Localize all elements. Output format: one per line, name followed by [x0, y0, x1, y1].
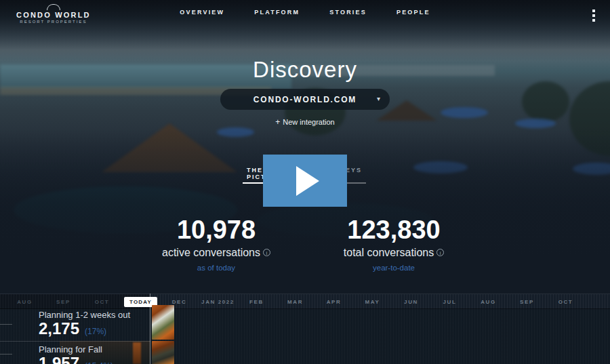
- total-conversations-stat: 123,830 total conversationsi year-to-dat…: [326, 216, 462, 272]
- month-label: AUG: [481, 299, 496, 305]
- today-marker-line: [150, 294, 150, 364]
- active-conversations-sublabel[interactable]: as of today: [148, 264, 284, 272]
- month-label: OCT: [558, 299, 573, 305]
- integration-selector-value: CONDO-WORLD.COM: [253, 95, 357, 104]
- stat-label-text: active conversations: [162, 247, 260, 258]
- active-conversations-label: active conversationsi: [148, 247, 284, 259]
- palm-decor: [522, 81, 569, 122]
- total-conversations-value: 123,830: [326, 216, 462, 245]
- umbrella-decor: [441, 107, 488, 118]
- month-label: JUN: [404, 299, 418, 305]
- page-title: Discovery: [0, 57, 610, 83]
- month-label: APR: [327, 299, 342, 305]
- play-icon: [296, 166, 319, 196]
- month-label: FEB: [249, 299, 264, 305]
- discovery-page: CONDO WORLD RESORT PROPERTIES OVERVIEW P…: [0, 0, 610, 364]
- month-label: SEP: [56, 299, 70, 305]
- journey-label[interactable]: Planning for Fall: [39, 344, 102, 355]
- journey-value: 2,175(17%): [39, 319, 106, 338]
- plus-icon: +: [275, 117, 280, 127]
- journey-percent: (17%): [85, 327, 106, 336]
- journey-count: 2,175: [39, 319, 79, 338]
- foliage-decor: [133, 342, 141, 364]
- month-label: JUL: [443, 299, 457, 305]
- brand-tagline: RESORT PROPERTIES: [16, 20, 91, 24]
- integration-selector[interactable]: CONDO-WORLD.COM ▾: [220, 89, 390, 110]
- nav-item-stories[interactable]: STORIES: [329, 9, 367, 16]
- chevron-down-icon: ▾: [377, 95, 380, 102]
- stat-label-text: total conversations: [344, 247, 434, 258]
- info-icon[interactable]: i: [436, 249, 444, 256]
- top-header: CONDO WORLD RESORT PROPERTIES OVERVIEW P…: [0, 0, 610, 27]
- video-play-button[interactable]: [263, 155, 347, 207]
- kebab-menu-icon[interactable]: [590, 9, 598, 23]
- total-conversations-label: total conversationsi: [326, 247, 462, 259]
- month-label: OCT: [95, 299, 110, 305]
- journey-count: 1,957: [39, 354, 79, 364]
- month-label: AUG: [17, 299, 33, 305]
- journey-percent: (15.4%): [85, 361, 113, 364]
- conversation-stats: 10,978 active conversationsi as of today…: [0, 216, 610, 272]
- month-label: MAR: [287, 299, 303, 305]
- month-label: JAN 2022: [201, 299, 235, 305]
- row-edge-tick: [0, 324, 12, 325]
- nav-item-platform[interactable]: PLATFORM: [254, 9, 300, 16]
- info-icon[interactable]: i: [263, 249, 270, 256]
- active-conversations-value: 10,978: [148, 216, 284, 245]
- active-conversations-stat: 10,978 active conversationsi as of today: [148, 216, 284, 272]
- journey-label[interactable]: Planning 1-2 weeks out: [39, 310, 130, 320]
- month-label: DEC: [172, 299, 187, 305]
- row-edge-tick: [0, 354, 12, 355]
- new-integration-label: New integration: [283, 118, 334, 126]
- timeline-ruler[interactable]: AUG SEP OCT TODAY DEC JAN 2022 FEB MAR A…: [0, 294, 610, 308]
- total-conversations-sublabel[interactable]: year-to-date: [326, 264, 462, 272]
- main-nav: OVERVIEW PLATFORM STORIES PEOPLE: [0, 9, 610, 16]
- month-label: SEP: [520, 299, 534, 305]
- new-integration-button[interactable]: +New integration: [0, 117, 610, 127]
- journey-thumbnail[interactable]: [152, 305, 174, 340]
- row-divider: [0, 341, 150, 342]
- nav-item-people[interactable]: PEOPLE: [396, 9, 430, 16]
- journey-thumbnail[interactable]: [152, 341, 174, 364]
- timeline-months: AUG SEP OCT TODAY DEC JAN 2022 FEB MAR A…: [5, 294, 585, 309]
- journey-value: 1,957(15.4%): [39, 354, 113, 364]
- nav-item-overview[interactable]: OVERVIEW: [180, 9, 224, 16]
- month-label: MAY: [365, 299, 380, 305]
